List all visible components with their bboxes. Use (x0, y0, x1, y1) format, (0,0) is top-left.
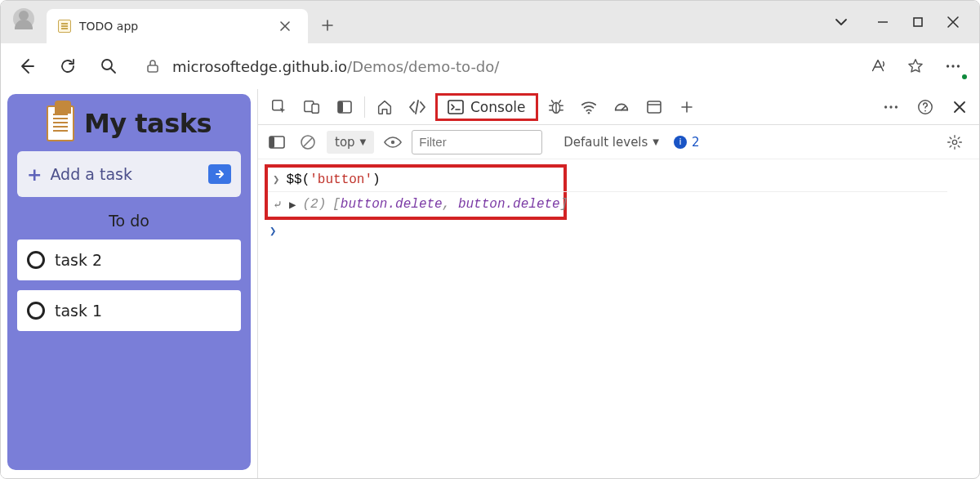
minimize-button[interactable] (876, 16, 889, 29)
console-input-line: ❯ $$('button') (268, 168, 947, 192)
read-aloud-button[interactable] (865, 53, 891, 79)
search-button[interactable] (96, 53, 122, 79)
close-icon (952, 100, 967, 114)
browser-toolbar: microsoftedge.github.io/Demos/demo-to-do… (1, 43, 979, 89)
eye-icon (384, 136, 402, 149)
maximize-button[interactable] (912, 16, 924, 28)
favorite-button[interactable] (902, 53, 929, 79)
expand-arrow-icon[interactable]: ▶ (289, 198, 296, 212)
console-input-code: $$('button') (286, 172, 380, 187)
console-clear-button[interactable] (296, 128, 320, 157)
task-item[interactable]: task 2 (17, 239, 241, 280)
close-icon (947, 16, 960, 29)
devtools-help-button[interactable] (911, 92, 940, 122)
console-icon (448, 100, 464, 114)
console-body: ❯ $$('button') ⤶ ▶ (2) [button.delete, b… (258, 159, 979, 478)
chevron-down-icon: ▼ (360, 137, 367, 146)
app-viewport: My tasks + Add a task To do task 2 (1, 89, 257, 478)
svg-rect-10 (338, 101, 343, 113)
devtools-more-button[interactable] (876, 92, 906, 122)
log-levels-selector[interactable]: Default levels ▼ (564, 135, 659, 150)
svg-point-4 (951, 65, 954, 67)
device-emulation-button[interactable] (297, 92, 327, 122)
console-context-selector[interactable]: top ▼ (327, 131, 374, 154)
code-icon (408, 98, 427, 116)
live-expression-button[interactable] (381, 128, 405, 157)
more-menu-button[interactable] (940, 53, 966, 79)
todo-section-title: To do (17, 212, 241, 230)
application-icon (646, 99, 662, 115)
star-icon (906, 57, 924, 75)
new-tab-button[interactable] (313, 11, 342, 40)
console-filter-input[interactable] (412, 130, 542, 154)
site-info-button[interactable] (145, 58, 161, 74)
output-chevron-icon: ⤶ (273, 198, 283, 212)
tab-elements[interactable] (403, 92, 432, 122)
refresh-icon (59, 57, 77, 75)
console-output-line[interactable]: ⤶ ▶ (2) [button.delete, button.delete] (268, 192, 947, 217)
tab-network[interactable] (574, 92, 604, 122)
add-task-form[interactable]: + Add a task (17, 151, 241, 197)
svg-point-3 (947, 65, 949, 67)
activity-bar-button[interactable] (330, 92, 359, 122)
svg-point-23 (391, 140, 394, 143)
svg-rect-2 (148, 65, 158, 72)
svg-rect-11 (448, 101, 463, 114)
avatar-icon (13, 8, 34, 29)
devtools-close-button[interactable] (945, 92, 974, 122)
browser-tab[interactable]: TODO app (47, 9, 308, 43)
tab-actions-button[interactable] (834, 15, 849, 29)
svg-rect-0 (914, 18, 922, 26)
lock-icon (145, 58, 161, 74)
url-text: microsoftedge.github.io/Demos/demo-to-do… (172, 58, 499, 75)
tab-sources[interactable] (541, 92, 571, 122)
svg-point-17 (895, 105, 898, 108)
tab-title: TODO app (79, 20, 265, 33)
gear-icon (947, 134, 963, 150)
tab-application[interactable] (639, 92, 669, 122)
add-tab-button[interactable] (672, 92, 702, 122)
plus-icon (321, 19, 334, 32)
issues-badge[interactable]: i 2 (674, 135, 700, 150)
window-controls (834, 1, 979, 43)
console-sidebar-toggle[interactable] (265, 128, 289, 157)
tab-performance[interactable] (607, 92, 636, 122)
todo-app: My tasks + Add a task To do task 2 (7, 94, 251, 470)
svg-point-15 (884, 105, 887, 108)
console-prompt[interactable]: ❯ (265, 220, 973, 241)
task-label: task 2 (55, 251, 102, 269)
app-title: My tasks (84, 108, 212, 139)
svg-point-19 (924, 110, 926, 112)
tab-close-button[interactable] (274, 15, 296, 38)
console-settings-button[interactable] (940, 128, 969, 157)
svg-rect-8 (312, 104, 318, 113)
minimize-icon (876, 16, 889, 29)
address-bar[interactable]: microsoftedge.github.io/Demos/demo-to-do… (136, 50, 850, 83)
task-list: task 2 task 1 (17, 239, 241, 331)
task-checkbox[interactable] (27, 302, 45, 320)
plus-icon (679, 100, 694, 114)
sidebar-icon (269, 135, 285, 150)
svg-point-13 (587, 112, 590, 114)
url-path: /Demos/demo-to-do/ (347, 58, 499, 75)
prompt-chevron-icon: ❯ (270, 224, 276, 238)
profile-button[interactable] (1, 1, 47, 43)
refresh-button[interactable] (55, 53, 81, 79)
tab-console[interactable]: Console (435, 93, 538, 121)
submit-task-button[interactable] (208, 164, 231, 184)
inspect-element-button[interactable] (265, 92, 294, 122)
window-title-bar: TODO app (1, 1, 979, 43)
back-button[interactable] (14, 53, 40, 79)
svg-rect-21 (270, 137, 274, 148)
task-item[interactable]: task 1 (17, 290, 241, 331)
bug-icon (547, 98, 565, 116)
svg-point-24 (952, 140, 956, 144)
clear-icon (300, 134, 316, 150)
tab-welcome[interactable] (370, 92, 399, 122)
input-chevron-icon: ❯ (273, 172, 279, 186)
plus-icon: + (27, 164, 42, 185)
back-arrow-icon (17, 56, 37, 76)
chevron-down-icon: ▼ (653, 137, 659, 146)
window-close-button[interactable] (947, 16, 960, 29)
task-checkbox[interactable] (27, 251, 45, 269)
